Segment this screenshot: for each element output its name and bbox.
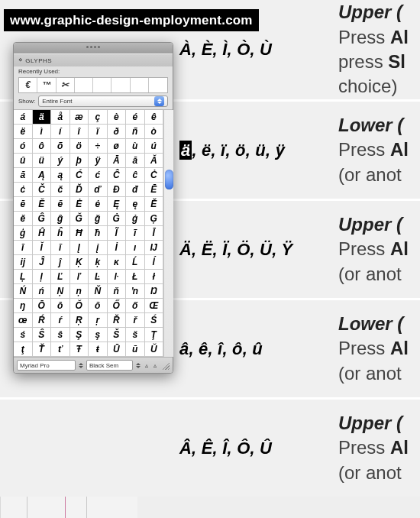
glyph-cell[interactable]: Ĝ — [33, 212, 52, 226]
glyph-cell[interactable]: ľ — [70, 270, 89, 284]
glyph-cell[interactable]: ś — [14, 328, 33, 342]
glyph-cell[interactable]: Ħ — [70, 226, 89, 241]
glyph-cell[interactable]: Œ — [145, 299, 164, 313]
glyph-cell[interactable]: ŕ — [51, 313, 70, 328]
glyph-cell[interactable]: Ŋ — [145, 284, 164, 299]
glyph-cell[interactable]: ĵ — [51, 255, 70, 270]
glyph-cell[interactable]: ō — [51, 299, 70, 313]
scroll-thumb[interactable] — [165, 170, 173, 189]
glyph-cell[interactable]: ţ — [14, 342, 33, 357]
glyph-cell[interactable]: ĥ — [51, 226, 70, 241]
glyph-cell[interactable]: ÿ — [89, 154, 108, 168]
glyph-cell[interactable]: Ņ — [51, 284, 70, 299]
glyph-cell[interactable]: Ő — [108, 299, 127, 313]
glyph-cell[interactable]: á — [14, 110, 33, 125]
recent-glyph[interactable] — [149, 78, 167, 92]
glyph-cell[interactable]: ĉ — [126, 168, 145, 183]
glyph-cell[interactable]: ŧ — [89, 342, 108, 357]
glyph-cell[interactable]: ÷ — [89, 139, 108, 154]
glyph-cell[interactable]: ļ — [33, 270, 52, 284]
glyph-cell[interactable]: Ĥ — [33, 226, 52, 241]
glyph-cell[interactable]: ň — [108, 284, 127, 299]
glyph-cell[interactable]: Ā — [108, 154, 127, 168]
glyph-cell[interactable]: Ś — [145, 313, 164, 328]
scrollbar[interactable] — [163, 110, 173, 357]
glyph-cell[interactable]: Đ — [108, 183, 127, 197]
glyph-cell[interactable]: ņ — [70, 284, 89, 299]
glyph-cell[interactable]: ĳ — [14, 255, 33, 270]
glyph-cell[interactable]: Ď — [70, 183, 89, 197]
glyph-cell[interactable]: Ė — [70, 197, 89, 212]
glyph-cell[interactable]: đ — [126, 183, 145, 197]
glyph-cell[interactable]: Ě — [145, 197, 164, 212]
glyph-cell[interactable]: Č — [33, 183, 52, 197]
glyph-cell[interactable]: é — [126, 110, 145, 125]
glyph-cell[interactable]: Ř — [108, 313, 127, 328]
glyph-cell[interactable]: Ō — [33, 299, 52, 313]
glyph-cell[interactable]: ı — [126, 241, 145, 255]
recent-glyph[interactable] — [111, 78, 130, 92]
glyph-cell[interactable]: ā — [126, 154, 145, 168]
panel-grip-icon[interactable] — [86, 46, 100, 48]
glyph-cell[interactable]: ý — [51, 154, 70, 168]
glyph-cell[interactable]: Ĵ — [33, 255, 52, 270]
glyph-cell[interactable]: Ĉ — [108, 168, 127, 183]
glyph-cell[interactable]: Ĭ — [33, 241, 52, 255]
glyph-cell[interactable]: į — [89, 241, 108, 255]
glyph-cell[interactable]: Ŧ — [70, 342, 89, 357]
glyph-cell[interactable]: ê — [145, 110, 164, 125]
glyph-cell[interactable]: ç — [89, 110, 108, 125]
collapse-icon[interactable]: ⋄ — [18, 56, 24, 63]
glyph-cell[interactable]: ŗ — [89, 313, 108, 328]
font-style-select[interactable]: Black Sem — [86, 360, 133, 371]
glyph-cell[interactable]: Į — [70, 241, 89, 255]
glyph-cell[interactable]: ö — [70, 139, 89, 154]
glyph-cell[interactable]: ð — [108, 125, 127, 139]
glyph-cell[interactable]: Ŗ — [70, 313, 89, 328]
glyph-cell[interactable]: ò — [145, 125, 164, 139]
glyph-cell[interactable]: ć — [89, 168, 108, 183]
glyph-cell[interactable]: Ū — [108, 342, 127, 357]
glyph-cell[interactable]: Ķ — [70, 255, 89, 270]
glyph-cell[interactable]: ħ — [89, 226, 108, 241]
glyph-cell[interactable]: ø — [108, 139, 127, 154]
glyph-cell[interactable]: ĺ — [145, 255, 164, 270]
show-select[interactable]: Entire Font — [38, 96, 168, 107]
glyph-cell[interactable]: ĝ — [51, 212, 70, 226]
glyph-cell[interactable]: ń — [33, 284, 52, 299]
resize-grip-icon[interactable] — [160, 361, 170, 370]
glyph-cell[interactable]: ù — [126, 139, 145, 154]
stepper-icon[interactable] — [135, 363, 141, 368]
glyph-cell[interactable]: Š — [108, 328, 127, 342]
glyph-cell[interactable]: ř — [126, 313, 145, 328]
glyph-cell[interactable]: Ň — [89, 284, 108, 299]
glyph-cell[interactable]: Ş — [70, 328, 89, 342]
glyph-cell[interactable]: ä — [33, 110, 52, 125]
glyph-cell[interactable]: Ŭ — [145, 342, 164, 357]
glyph-cell[interactable]: Ĕ — [33, 197, 52, 212]
glyph-cell[interactable]: Ŕ — [33, 313, 52, 328]
glyph-cell[interactable]: í — [51, 125, 70, 139]
recent-glyph[interactable]: ™ — [37, 78, 56, 92]
glyph-cell[interactable]: č — [51, 183, 70, 197]
glyph-cell[interactable]: ŏ — [89, 299, 108, 313]
glyph-cell[interactable]: ĭ — [51, 241, 70, 255]
glyph-cell[interactable]: Ċ — [145, 168, 164, 183]
glyph-cell[interactable]: õ — [51, 139, 70, 154]
glyph-cell[interactable]: ì — [33, 125, 52, 139]
glyph-cell[interactable]: Ĳ — [145, 241, 164, 255]
recent-glyph[interactable]: ✂ — [57, 78, 75, 92]
glyph-cell[interactable]: ï — [89, 125, 108, 139]
glyph-cell[interactable]: û — [14, 154, 33, 168]
glyph-cell[interactable]: ę — [126, 197, 145, 212]
glyph-cell[interactable]: Ģ — [145, 212, 164, 226]
glyph-cell[interactable]: å — [51, 110, 70, 125]
glyph-cell[interactable]: ó — [14, 139, 33, 154]
glyph-cell[interactable]: Ę — [108, 197, 127, 212]
glyph-cell[interactable]: Ĺ — [126, 255, 145, 270]
glyph-cell[interactable]: ē — [14, 197, 33, 212]
recent-glyph[interactable] — [75, 78, 93, 92]
glyph-cell[interactable]: Ļ — [14, 270, 33, 284]
glyph-cell[interactable]: ő — [126, 299, 145, 313]
glyph-cell[interactable]: ĸ — [108, 255, 127, 270]
